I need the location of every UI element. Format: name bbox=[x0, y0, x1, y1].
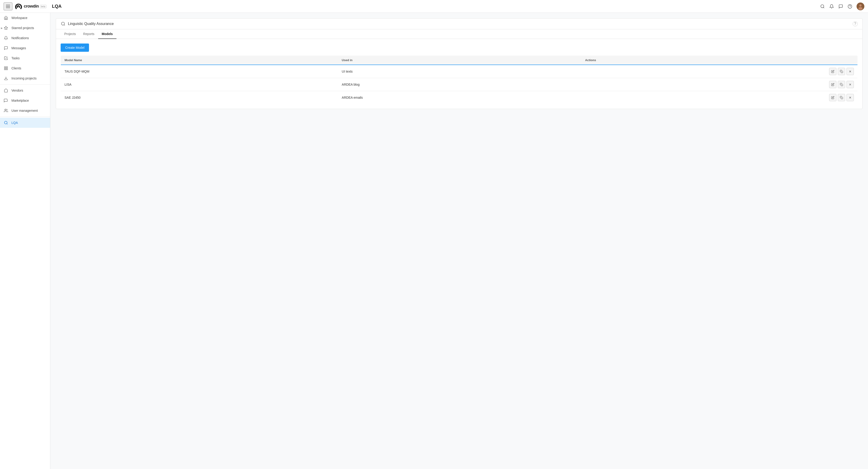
copy-button-0[interactable] bbox=[838, 68, 845, 75]
copy-button-1[interactable] bbox=[838, 81, 845, 88]
svg-point-0 bbox=[821, 5, 824, 7]
sidebar-item-workspace[interactable]: Workspace bbox=[0, 13, 50, 23]
delete-button-1[interactable] bbox=[846, 81, 854, 88]
delete-button-0[interactable] bbox=[846, 68, 854, 75]
create-model-button[interactable]: Create Model bbox=[61, 43, 89, 52]
svg-rect-8 bbox=[6, 67, 7, 68]
actions-cell bbox=[581, 65, 858, 78]
table-row: SAE J2450 ARDEA emails bbox=[61, 91, 858, 104]
table-header-row: Model Name Used in Actions bbox=[61, 56, 858, 65]
used-in-cell: ARDEA blog bbox=[338, 78, 582, 91]
model-name-cell: TAUS DQF-MQM bbox=[61, 65, 338, 78]
sidebar-label-notifications: Notifications bbox=[11, 36, 29, 40]
sidebar-item-messages[interactable]: Messages bbox=[0, 43, 50, 53]
svg-rect-16 bbox=[841, 71, 843, 73]
delete-button-2[interactable] bbox=[846, 94, 854, 101]
help-icon[interactable] bbox=[847, 4, 852, 9]
sidebar-item-user-management[interactable]: User management bbox=[0, 106, 50, 116]
messages-icon[interactable] bbox=[838, 4, 843, 9]
sidebar-label-lqa: LQA bbox=[11, 121, 18, 124]
actions-container bbox=[585, 68, 854, 75]
models-table: Model Name Used in Actions TAUS DQF-MQM … bbox=[61, 55, 858, 104]
logo-area: crowdin beta bbox=[14, 3, 46, 10]
svg-rect-22 bbox=[841, 97, 843, 99]
sidebar-label-marketplace: Marketplace bbox=[11, 99, 29, 102]
actions-container bbox=[585, 81, 854, 88]
svg-point-4 bbox=[859, 4, 862, 7]
beta-badge: beta bbox=[40, 5, 46, 8]
sidebar-item-tasks[interactable]: Tasks bbox=[0, 53, 50, 63]
avatar[interactable] bbox=[857, 2, 864, 10]
sidebar-label-incoming: Incoming projects bbox=[11, 77, 37, 80]
used-in-cell: ARDEA emails bbox=[338, 91, 582, 104]
copy-button-2[interactable] bbox=[838, 94, 845, 101]
sidebar-label-vendors: Vendors bbox=[11, 89, 23, 92]
star-icon bbox=[4, 26, 8, 30]
actions-container bbox=[585, 94, 854, 101]
actions-cell bbox=[581, 78, 858, 91]
svg-point-14 bbox=[4, 121, 7, 124]
lqa-help-icon[interactable]: ? bbox=[853, 21, 858, 26]
svg-point-5 bbox=[858, 7, 863, 10]
svg-marker-6 bbox=[4, 26, 8, 30]
task-icon bbox=[4, 56, 8, 60]
svg-rect-19 bbox=[841, 84, 843, 86]
tab-models[interactable]: Models bbox=[98, 29, 117, 39]
edit-button-0[interactable] bbox=[829, 68, 836, 75]
lqa-nav-icon bbox=[4, 120, 8, 125]
table-row: TAUS DQF-MQM UI texts bbox=[61, 65, 858, 78]
clients-icon bbox=[4, 66, 8, 70]
users-icon bbox=[4, 108, 8, 113]
search-icon[interactable] bbox=[820, 4, 825, 9]
actions-cell bbox=[581, 91, 858, 104]
logo-text: crowdin bbox=[24, 4, 39, 9]
page-title: LQA bbox=[52, 4, 820, 9]
sidebar-item-notifications[interactable]: Notifications bbox=[0, 33, 50, 43]
sidebar-item-vendors[interactable]: Vendors bbox=[0, 85, 50, 95]
sidebar-label-starred: Starred projects bbox=[11, 26, 34, 30]
model-name-cell: SAE J2450 bbox=[61, 91, 338, 104]
top-header: crowdin beta LQA bbox=[0, 0, 868, 13]
home-icon bbox=[4, 16, 8, 20]
svg-rect-9 bbox=[4, 69, 5, 70]
svg-point-15 bbox=[62, 22, 64, 25]
expand-arrow-icon: ▶ bbox=[1, 27, 3, 29]
lqa-card: Linguistic Quality Assurance ? Projects … bbox=[56, 18, 863, 109]
body-layout: Workspace ▶ Starred projects Notificatio… bbox=[0, 13, 868, 469]
sidebar-label-user-management: User management bbox=[11, 109, 38, 112]
tab-reports[interactable]: Reports bbox=[80, 29, 98, 39]
edit-button-2[interactable] bbox=[829, 94, 836, 101]
table-body: TAUS DQF-MQM UI texts bbox=[61, 65, 858, 104]
svg-point-13 bbox=[5, 109, 6, 110]
lqa-search-icon bbox=[61, 21, 66, 26]
svg-rect-10 bbox=[6, 69, 7, 70]
col-actions: Actions bbox=[581, 56, 858, 65]
tab-projects[interactable]: Projects bbox=[61, 29, 80, 39]
sidebar-item-clients[interactable]: Clients bbox=[0, 63, 50, 73]
table-head: Model Name Used in Actions bbox=[61, 56, 858, 65]
main-content: Linguistic Quality Assurance ? Projects … bbox=[50, 13, 868, 469]
sidebar-item-incoming[interactable]: Incoming projects bbox=[0, 73, 50, 83]
edit-button-1[interactable] bbox=[829, 81, 836, 88]
bell-icon bbox=[4, 36, 8, 40]
notifications-icon[interactable] bbox=[829, 4, 834, 9]
sidebar-item-marketplace[interactable]: Marketplace bbox=[0, 95, 50, 106]
lqa-section-title: Linguistic Quality Assurance bbox=[68, 22, 114, 26]
used-in-cell: UI texts bbox=[338, 65, 582, 78]
table-row: LISA ARDEA blog bbox=[61, 78, 858, 91]
col-used-in: Used in bbox=[338, 56, 582, 65]
sidebar-label-clients: Clients bbox=[11, 66, 21, 70]
hamburger-button[interactable] bbox=[4, 2, 12, 10]
svg-rect-7 bbox=[4, 67, 5, 68]
sidebar-item-starred[interactable]: ▶ Starred projects bbox=[0, 23, 50, 33]
sidebar-item-lqa[interactable]: LQA bbox=[0, 118, 50, 128]
chat-icon bbox=[4, 46, 8, 50]
models-tab-content: Create Model Model Name Used in Actions … bbox=[56, 39, 862, 109]
sidebar-divider bbox=[0, 84, 50, 85]
model-name-cell: LISA bbox=[61, 78, 338, 91]
incoming-icon bbox=[4, 76, 8, 81]
vendors-icon bbox=[4, 88, 8, 93]
tabs-bar: Projects Reports Models bbox=[56, 29, 862, 39]
header-actions bbox=[820, 2, 864, 10]
lqa-header-left: Linguistic Quality Assurance bbox=[61, 21, 114, 26]
